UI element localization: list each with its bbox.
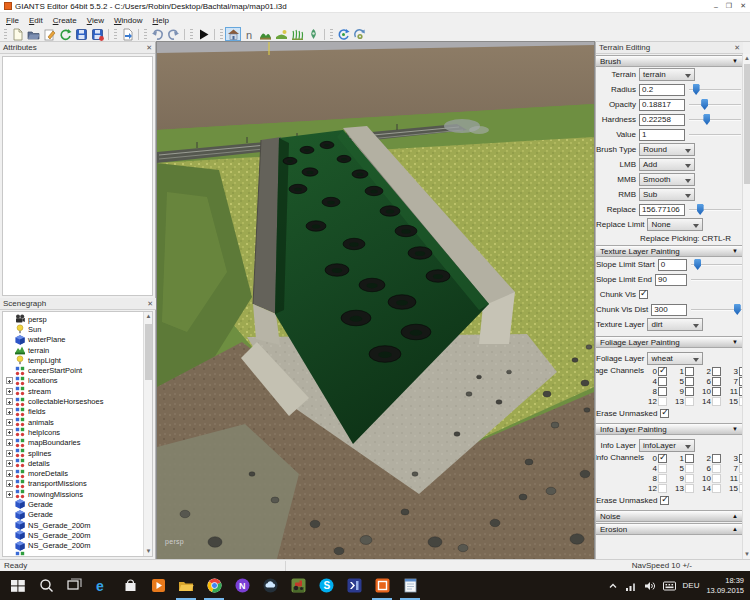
scenegraph-item-splines[interactable]: splines (3, 448, 152, 458)
clock[interactable]: 18:39 13.09.2015 (706, 576, 744, 595)
expand-plus-icon[interactable] (6, 429, 13, 436)
editor-settings-icon[interactable] (351, 27, 367, 41)
foliage-channel-5-checkbox[interactable] (685, 377, 694, 386)
scenegraph-item-NS_Gerade_200m[interactable]: NS_Gerade_200m (3, 541, 152, 551)
scenegraph-item-NS_Gerade_200m[interactable]: NS_Gerade_200m (3, 530, 152, 540)
viewport-3d[interactable]: persp (157, 42, 594, 559)
foliage-channel-10-checkbox[interactable] (712, 387, 721, 396)
info-channel-9-checkbox[interactable] (685, 474, 694, 483)
taskbar-farming-simulator-icon[interactable] (284, 571, 312, 600)
scroll-up-icon[interactable]: ▲ (144, 312, 153, 321)
info-channel-1-checkbox[interactable] (685, 454, 694, 463)
language-indicator[interactable]: DEU (683, 581, 700, 590)
scenegraph-item-details[interactable]: details (3, 458, 152, 468)
taskbar-search-icon[interactable] (32, 571, 60, 600)
scenegraph-scrollbar[interactable]: ▲ ▼ (143, 312, 152, 556)
taskbar-movies-tv-icon[interactable] (144, 571, 172, 600)
mmb-select[interactable]: Smooth (639, 173, 695, 186)
replace-limit-select[interactable]: None (647, 218, 703, 231)
terrain-panel-scrollbar[interactable]: ▲ ▼ (742, 54, 750, 559)
lmb-select[interactable]: Add (639, 158, 695, 171)
foliage-layer-select[interactable]: wheat (647, 352, 703, 365)
menu-item-window[interactable]: Window (109, 15, 147, 26)
chevron-up-icon[interactable] (608, 582, 618, 590)
scenegraph-item-collectableHorseshoes[interactable]: collectableHorseshoes (3, 396, 152, 406)
scenegraph-item-careerStartPoint[interactable]: careerStartPoint (3, 365, 152, 375)
info-channel-6-checkbox[interactable] (712, 464, 721, 473)
foliage-channel-12-checkbox[interactable] (658, 397, 667, 406)
taskbar-task-view-icon[interactable] (60, 571, 88, 600)
taskbar-file-explorer-icon[interactable] (172, 571, 200, 600)
info-layer-select[interactable]: infoLayer (639, 439, 695, 452)
info-channel-2-checkbox[interactable] (712, 454, 721, 463)
replace-input[interactable]: 156.77106 (639, 204, 685, 216)
section-foliage-layer-painting[interactable]: Foliage Layer Painting ▼ (596, 336, 743, 348)
opacity-slider[interactable] (689, 98, 741, 111)
info-paint-icon[interactable] (305, 27, 321, 41)
edit-scene-icon[interactable] (41, 27, 57, 41)
replace-slider[interactable] (689, 203, 741, 216)
section-erosion[interactable]: Erosion ▲ (596, 523, 743, 535)
info-channel-12-checkbox[interactable] (658, 484, 667, 493)
taskbar-start-icon[interactable] (4, 571, 32, 600)
taskbar-giants-editor-icon[interactable] (368, 571, 396, 600)
texture-layer-select[interactable]: dirt (647, 318, 703, 331)
taskbar-geforce-icon[interactable]: N (228, 571, 256, 600)
scenegraph-item-stream[interactable]: stream (3, 386, 152, 396)
scenegraph-item-mapBoundaries[interactable]: mapBoundaries (3, 438, 152, 448)
network-icon[interactable] (625, 581, 637, 591)
info-channel-13-checkbox[interactable] (685, 484, 694, 493)
terrain-editing-close-icon[interactable]: ✕ (734, 44, 740, 52)
section-info-layer-painting[interactable]: Info Layer Painting ▼ (596, 423, 743, 435)
foliage-channel-0-checkbox[interactable] (658, 367, 667, 376)
foliage-channel-13-checkbox[interactable] (685, 397, 694, 406)
scenegraph-item-clipped[interactable] (3, 551, 152, 557)
scenegraph-item-Gerade[interactable]: Gerade (3, 499, 152, 509)
interpolation-n-icon[interactable]: n (241, 27, 257, 41)
info-erase-unmasked-checkbox[interactable] (660, 496, 669, 505)
rmb-select[interactable]: Sub (639, 188, 695, 201)
terrain-smooth-icon[interactable] (273, 27, 289, 41)
expand-plus-icon[interactable] (6, 460, 13, 467)
scenegraph-item-mowingMissions[interactable]: mowingMissions (3, 489, 152, 499)
chunk-vis-checkbox[interactable] (639, 290, 648, 299)
hardness-slider[interactable] (689, 113, 741, 126)
scenegraph-item-moreDetails[interactable]: moreDetails (3, 468, 152, 478)
foliage-channel-14-checkbox[interactable] (712, 397, 721, 406)
chunk-vis-dist-slider[interactable] (691, 303, 743, 316)
slope-limit-start-input[interactable]: 0 (658, 259, 687, 271)
maximize-button[interactable]: ❐ (726, 2, 732, 10)
radius-slider[interactable] (689, 83, 741, 96)
scrollbar-thumb[interactable] (744, 64, 750, 184)
expand-plus-icon[interactable] (6, 450, 13, 457)
menu-item-file[interactable]: File (1, 15, 24, 26)
scenegraph-item-persp[interactable]: persp (3, 314, 152, 324)
scenegraph-item-tempLight[interactable]: tempLight (3, 355, 152, 365)
play-icon[interactable] (195, 27, 211, 41)
section-noise[interactable]: Noise ▲ (596, 510, 743, 522)
scenegraph-item-transportMissions[interactable]: transportMissions (3, 479, 152, 489)
foliage-channel-1-checkbox[interactable] (685, 367, 694, 376)
minimize-button[interactable]: – (714, 3, 718, 10)
info-channel-4-checkbox[interactable] (658, 464, 667, 473)
reload-shaders-icon[interactable] (335, 27, 351, 41)
scenegraph-item-Sun[interactable]: Sun (3, 324, 152, 334)
scrollbar-thumb[interactable] (145, 324, 152, 380)
scenegraph-item-terrain[interactable]: terrain (3, 345, 152, 355)
foliage-erase-unmasked-checkbox[interactable] (660, 409, 669, 418)
taskbar-notepad-icon[interactable] (396, 571, 424, 600)
expand-plus-icon[interactable] (6, 398, 13, 405)
expand-plus-icon[interactable] (6, 377, 13, 384)
expand-plus-icon[interactable] (6, 419, 13, 426)
chunk-vis-dist-input[interactable]: 300 (651, 304, 687, 316)
scenegraph-item-helpIcons[interactable]: helpIcons (3, 427, 152, 437)
taskbar-store-icon[interactable] (116, 571, 144, 600)
scroll-down-icon[interactable]: ▼ (144, 547, 153, 556)
menu-item-help[interactable]: Help (147, 15, 173, 26)
expand-plus-icon[interactable] (6, 408, 13, 415)
scenegraph-item-animals[interactable]: animals (3, 417, 152, 427)
section-texture-layer-painting[interactable]: Texture Layer Painting ▼ (596, 245, 743, 257)
open-icon[interactable] (25, 27, 41, 41)
info-channel-10-checkbox[interactable] (712, 474, 721, 483)
taskbar-visual-studio-icon[interactable] (340, 571, 368, 600)
